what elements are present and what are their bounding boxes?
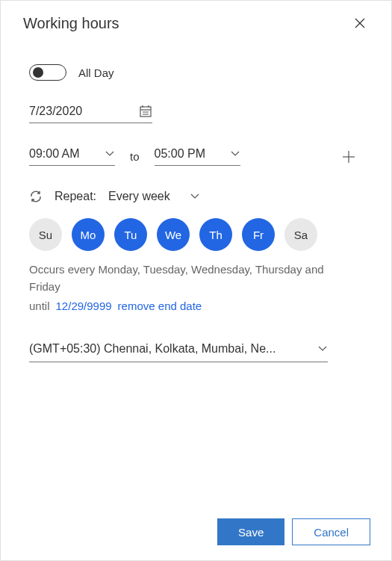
end-time-input[interactable]: 05:00 PM: [155, 147, 240, 166]
timezone-dropdown[interactable]: (GMT+05:30) Chennai, Kolkata, Mumbai, Ne…: [29, 342, 328, 362]
close-button[interactable]: [351, 14, 369, 32]
dialog-title: Working hours: [23, 15, 119, 32]
to-label: to: [130, 150, 140, 163]
chevron-down-icon: [105, 149, 115, 159]
toggle-knob: [33, 67, 43, 78]
save-button[interactable]: Save: [217, 518, 284, 545]
day-button-we[interactable]: We: [157, 218, 190, 251]
day-button-th[interactable]: Th: [199, 218, 232, 251]
occurs-text: Occurs every Monday, Tuesday, Wednesday,…: [29, 261, 358, 295]
cancel-button[interactable]: Cancel: [292, 518, 370, 545]
repeat-label: Repeat:: [55, 190, 96, 203]
day-button-sa[interactable]: Sa: [284, 218, 317, 251]
plus-icon: [341, 149, 356, 164]
remove-end-date-link[interactable]: remove end date: [118, 300, 202, 312]
chevron-down-icon: [317, 344, 328, 354]
day-button-tu[interactable]: Tu: [114, 218, 147, 251]
all-day-toggle[interactable]: [29, 64, 66, 81]
content-area: All Day 7/23/2020 09:00 AM to: [1, 46, 373, 493]
chevron-down-icon: [190, 191, 200, 202]
timezone-value: (GMT+05:30) Chennai, Kolkata, Mumbai, Ne…: [29, 342, 276, 356]
dialog-footer: Save Cancel: [1, 503, 391, 560]
day-button-mo[interactable]: Mo: [72, 218, 105, 251]
repeat-icon: [29, 190, 43, 203]
add-time-button[interactable]: [340, 148, 358, 166]
day-button-su[interactable]: Su: [29, 218, 62, 251]
start-time-input[interactable]: 09:00 AM: [29, 147, 115, 166]
day-button-fr[interactable]: Fr: [242, 218, 275, 251]
days-selector: SuMoTuWeThFrSa: [29, 218, 358, 251]
calendar-icon[interactable]: [139, 105, 152, 118]
until-label: until: [29, 300, 50, 312]
start-time-value: 09:00 AM: [29, 147, 80, 161]
repeat-value: Every week: [108, 190, 170, 203]
all-day-label: All Day: [78, 66, 114, 79]
date-input[interactable]: 7/23/2020: [29, 105, 152, 123]
close-icon: [355, 18, 365, 28]
date-value: 7/23/2020: [29, 105, 82, 118]
until-date-link[interactable]: 12/29/9999: [56, 300, 112, 312]
end-time-value: 05:00 PM: [155, 147, 205, 161]
repeat-dropdown[interactable]: Every week: [108, 190, 200, 203]
chevron-down-icon: [230, 149, 240, 159]
